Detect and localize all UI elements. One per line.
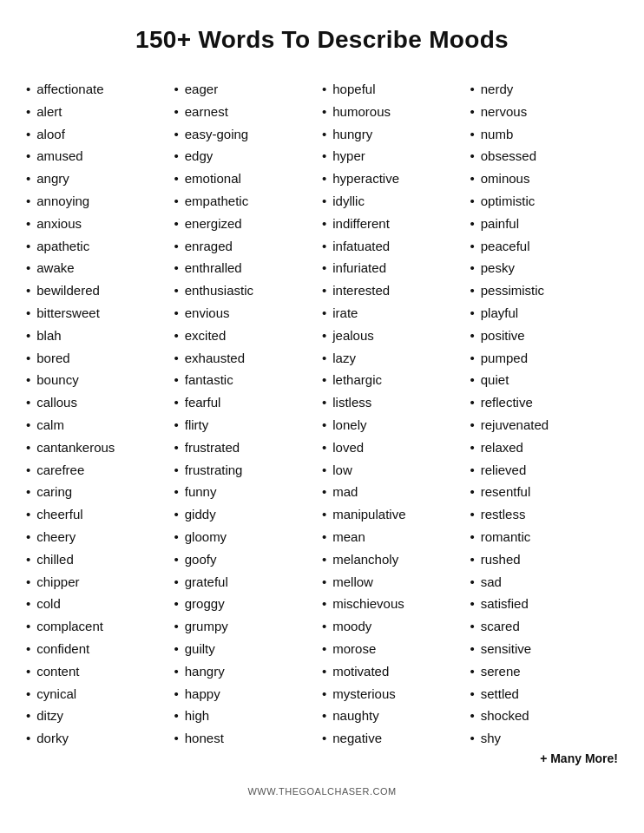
list-item: confident (26, 638, 174, 660)
many-more-label: + Many More! (17, 751, 627, 765)
list-item: chilled (26, 548, 174, 571)
list-item: cheery (26, 526, 174, 548)
list-item: excited (174, 325, 323, 347)
list-item: lethargic (322, 369, 470, 391)
list-item: lazy (322, 347, 470, 370)
list-item: low (322, 459, 470, 482)
list-item: enthralled (174, 257, 323, 279)
list-item: envious (174, 302, 323, 325)
list-item: cynical (26, 683, 174, 705)
list-item: optimistic (470, 190, 619, 213)
list-item: honest (174, 727, 323, 750)
list-item: manipulative (322, 503, 470, 526)
list-item: guilty (174, 638, 323, 660)
list-item: playful (470, 302, 619, 325)
list-item: painful (470, 213, 619, 235)
list-item: ominous (470, 167, 619, 190)
list-item: affectionate (26, 78, 174, 101)
list-item: empathetic (174, 190, 323, 213)
list-item: fantastic (174, 369, 323, 391)
list-item: nervous (470, 101, 619, 123)
list-item: callous (26, 391, 174, 414)
list-item: anxious (26, 213, 174, 235)
list-item: cold (26, 593, 174, 615)
list-item: jealous (322, 325, 470, 347)
list-item: sensitive (470, 638, 619, 660)
word-column-col2: eagerearnesteasy-goingedgyemotionalempat… (174, 78, 323, 750)
list-item: enthusiastic (174, 279, 323, 302)
list-item: happy (174, 683, 323, 705)
list-item: bored (26, 347, 174, 370)
list-item: humorous (322, 101, 470, 123)
list-item: grateful (174, 571, 323, 594)
list-item: hopeful (322, 78, 470, 101)
list-item: resentful (470, 481, 619, 503)
list-item: easy-going (174, 123, 323, 146)
list-item: angry (26, 167, 174, 190)
list-item: dorky (26, 727, 174, 750)
list-item: numb (470, 123, 619, 146)
list-item: idyllic (322, 190, 470, 213)
list-item: morose (322, 638, 470, 660)
list-item: infatuated (322, 235, 470, 258)
list-item: content (26, 660, 174, 683)
list-item: flirty (174, 414, 323, 436)
list-item: motivated (322, 660, 470, 683)
list-item: aloof (26, 123, 174, 146)
list-item: ditzy (26, 705, 174, 727)
list-item: moody (322, 615, 470, 638)
list-item: bouncy (26, 369, 174, 391)
list-item: serene (470, 660, 619, 683)
list-item: satisfied (470, 593, 619, 615)
list-item: complacent (26, 615, 174, 638)
list-item: sad (470, 571, 619, 594)
word-column-col3: hopefulhumoroushungryhyperhyperactiveidy… (322, 78, 470, 750)
list-item: irate (322, 302, 470, 325)
page-title: 150+ Words To Describe Moods (17, 26, 627, 54)
list-item: interested (322, 279, 470, 302)
list-item: obsessed (470, 145, 619, 167)
list-item: mysterious (322, 683, 470, 705)
list-item: listless (322, 391, 470, 414)
word-column-col4: nerdynervousnumbobsessedominousoptimisti… (470, 78, 619, 750)
list-item: pesky (470, 257, 619, 279)
list-item: groggy (174, 593, 323, 615)
list-item: mad (322, 481, 470, 503)
list-item: energized (174, 213, 323, 235)
list-item: naughty (322, 705, 470, 727)
list-item: high (174, 705, 323, 727)
list-item: romantic (470, 526, 619, 548)
word-columns: affectionatealertaloofamusedangryannoyin… (17, 78, 627, 750)
list-item: shy (470, 727, 619, 750)
list-item: quiet (470, 369, 619, 391)
list-item: exhausted (174, 347, 323, 370)
list-item: emotional (174, 167, 323, 190)
list-item: cantankerous (26, 436, 174, 459)
list-item: caring (26, 481, 174, 503)
list-item: amused (26, 145, 174, 167)
list-item: edgy (174, 145, 323, 167)
list-item: relaxed (470, 436, 619, 459)
list-item: melancholy (322, 548, 470, 571)
list-item: blah (26, 325, 174, 347)
word-column-col1: affectionatealertaloofamusedangryannoyin… (26, 78, 174, 750)
list-item: calm (26, 414, 174, 436)
list-item: gloomy (174, 526, 323, 548)
list-item: grumpy (174, 615, 323, 638)
list-item: scared (470, 615, 619, 638)
list-item: relieved (470, 459, 619, 482)
list-item: reflective (470, 391, 619, 414)
list-item: carefree (26, 459, 174, 482)
list-item: pumped (470, 347, 619, 370)
list-item: lonely (322, 414, 470, 436)
list-item: earnest (174, 101, 323, 123)
list-item: peaceful (470, 235, 619, 258)
list-item: hyper (322, 145, 470, 167)
list-item: hyperactive (322, 167, 470, 190)
list-item: loved (322, 436, 470, 459)
list-item: bittersweet (26, 302, 174, 325)
list-item: bewildered (26, 279, 174, 302)
list-item: negative (322, 727, 470, 750)
list-item: hangry (174, 660, 323, 683)
list-item: cheerful (26, 503, 174, 526)
